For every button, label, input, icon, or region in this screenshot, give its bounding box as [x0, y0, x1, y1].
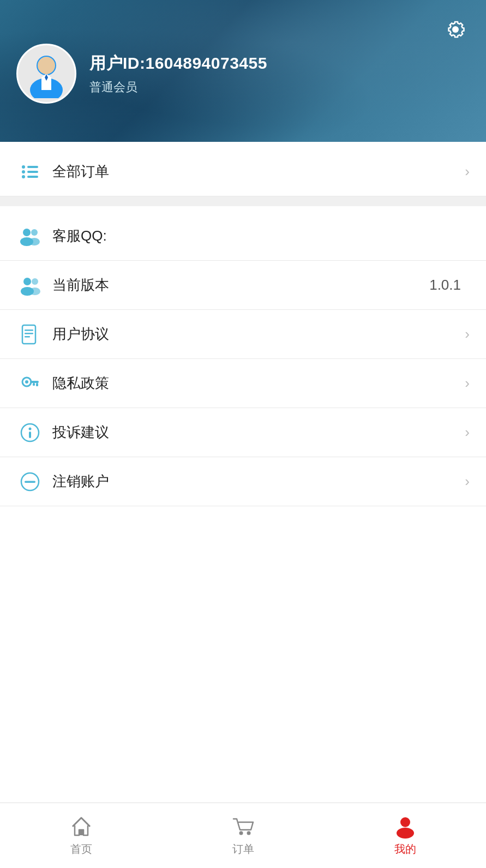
svg-point-32 [239, 831, 243, 835]
current-version-item: 当前版本 1.0.1 [0, 261, 486, 310]
svg-point-25 [25, 380, 28, 384]
cancel-account-chevron: › [465, 473, 470, 490]
svg-point-4 [22, 170, 25, 173]
svg-rect-20 [25, 336, 30, 338]
tab-home[interactable]: 首页 [0, 803, 162, 868]
svg-rect-7 [27, 171, 38, 173]
tab-bar: 首页 订单 我的 [0, 803, 486, 868]
user-agreement-chevron: › [465, 326, 470, 343]
all-orders-item[interactable]: 全部订单 › [0, 147, 486, 196]
avatar-icon [22, 49, 71, 98]
list-icon [16, 158, 44, 185]
svg-point-9 [23, 229, 31, 236]
section-gap [0, 196, 486, 206]
svg-rect-18 [25, 330, 33, 331]
user-level: 普通会员 [89, 79, 267, 95]
svg-point-12 [29, 238, 40, 246]
svg-point-28 [29, 427, 32, 430]
cancel-account-label: 注销账户 [52, 472, 465, 491]
home-icon [69, 815, 93, 839]
all-orders-chevron: › [465, 163, 470, 180]
customer-qq-label: 客服QQ: [52, 226, 470, 246]
svg-rect-8 [27, 176, 38, 178]
orders-section: 全部订单 › [0, 147, 486, 196]
user-info: 用户ID:1604894073455 普通会员 [89, 52, 267, 95]
gear-icon [443, 17, 467, 41]
info-icon [16, 419, 44, 446]
cancel-account-item[interactable]: 注销账户 › [0, 457, 486, 506]
tab-orders[interactable]: 订单 [162, 803, 324, 868]
svg-rect-27 [29, 432, 31, 438]
svg-point-15 [32, 278, 38, 285]
svg-rect-19 [25, 333, 33, 334]
svg-rect-6 [27, 166, 38, 168]
current-version-label: 当前版本 [52, 276, 429, 295]
svg-point-33 [247, 831, 250, 835]
tab-mine[interactable]: 我的 [324, 803, 486, 868]
svg-point-3 [22, 165, 25, 169]
info-section: 客服QQ: 当前版本 1.0.1 用户协议 › [0, 212, 486, 506]
svg-point-35 [397, 828, 414, 839]
user-id: 用户ID:1604894073455 [89, 52, 267, 75]
svg-rect-30 [25, 481, 35, 483]
svg-point-13 [23, 278, 31, 285]
version-value: 1.0.1 [429, 277, 461, 294]
svg-point-2 [38, 57, 55, 74]
svg-point-11 [31, 229, 38, 236]
svg-point-5 [22, 175, 25, 178]
complaints-chevron: › [465, 424, 470, 441]
tab-mine-label: 我的 [394, 842, 416, 857]
user-agreement-label: 用户协议 [52, 325, 465, 344]
privacy-policy-item[interactable]: 隐私政策 › [0, 359, 486, 408]
cart-icon [231, 815, 255, 839]
all-orders-label: 全部订单 [52, 162, 465, 181]
person-icon [16, 272, 44, 299]
privacy-policy-chevron: › [465, 375, 470, 392]
svg-rect-31 [79, 830, 83, 835]
user-agreement-item[interactable]: 用户协议 › [0, 310, 486, 359]
settings-button[interactable] [441, 15, 470, 44]
svg-rect-17 [22, 325, 35, 344]
svg-rect-22 [30, 381, 39, 383]
tab-home-label: 首页 [70, 842, 92, 857]
customer-qq-item[interactable]: 客服QQ: [0, 212, 486, 261]
complaints-label: 投诉建议 [52, 423, 465, 442]
avatar[interactable] [16, 44, 76, 104]
privacy-policy-label: 隐私政策 [52, 374, 465, 393]
document-icon [16, 321, 44, 348]
people-icon [16, 223, 44, 250]
tab-orders-label: 订单 [232, 842, 254, 857]
complaints-item[interactable]: 投诉建议 › [0, 408, 486, 457]
minus-circle-icon [16, 468, 44, 495]
svg-rect-24 [33, 383, 35, 386]
svg-rect-23 [36, 383, 38, 386]
person-active-icon [393, 815, 417, 839]
key-icon [16, 370, 44, 397]
svg-point-34 [400, 817, 410, 827]
header: 用户ID:1604894073455 普通会员 [0, 0, 486, 142]
svg-point-16 [29, 288, 40, 295]
